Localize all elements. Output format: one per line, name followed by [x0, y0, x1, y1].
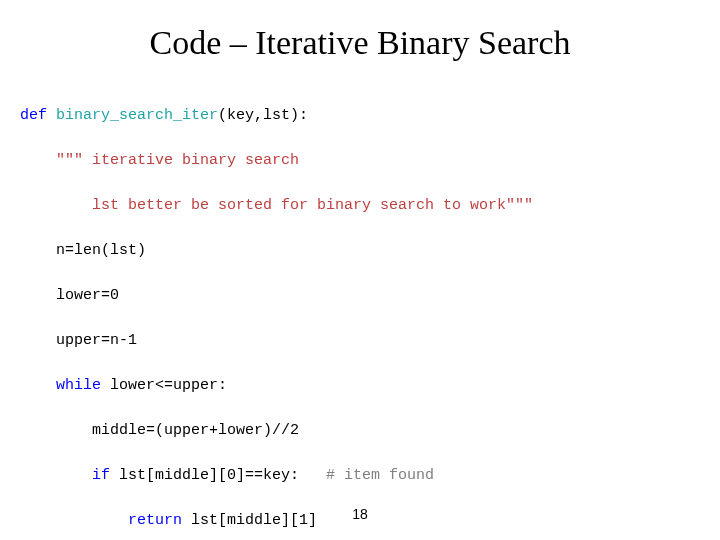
code-text: (key,lst): — [218, 107, 308, 124]
code-line: upper=n-1 — [20, 330, 700, 353]
code-line: def binary_search_iter(key,lst): — [20, 105, 700, 128]
code-line: while lower<=upper: — [20, 375, 700, 398]
code-line: n=len(lst) — [20, 240, 700, 263]
code-line: if lst[middle][0]==key: # item found — [20, 465, 700, 488]
code-text: lower=0 — [56, 287, 119, 304]
code-line: lst better be sorted for binary search t… — [20, 195, 700, 218]
code-text: lst[middle][0]==key: — [119, 467, 299, 484]
page-number: 18 — [0, 506, 720, 522]
keyword-while: while — [56, 377, 110, 394]
code-text: n= — [56, 242, 74, 259]
code-line: lower=0 — [20, 285, 700, 308]
code-block: def binary_search_iter(key,lst): """ ite… — [0, 82, 720, 540]
code-text: upper=n-1 — [56, 332, 137, 349]
docstring: lst better be sorted for binary search t… — [92, 197, 533, 214]
code-space — [299, 467, 326, 484]
slide-title: Code – Iterative Binary Search — [0, 24, 720, 62]
function-name: binary_search_iter — [56, 107, 218, 124]
code-line: """ iterative binary search — [20, 150, 700, 173]
comment: # item found — [326, 467, 434, 484]
keyword-if: if — [92, 467, 119, 484]
keyword-def: def — [20, 107, 56, 124]
code-text: (lst) — [101, 242, 146, 259]
code-text: lower<=upper: — [110, 377, 227, 394]
docstring: """ iterative binary search — [56, 152, 299, 169]
code-text: middle=(upper+lower)//2 — [92, 422, 299, 439]
builtin: len — [74, 242, 101, 259]
code-line: middle=(upper+lower)//2 — [20, 420, 700, 443]
